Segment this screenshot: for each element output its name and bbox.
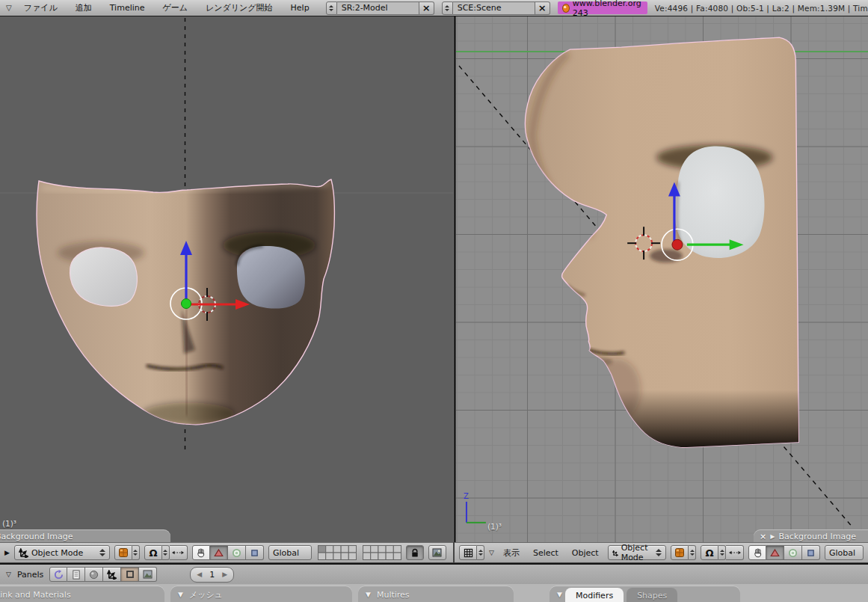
- scene-selector-stepper-icon[interactable]: [442, 1, 453, 15]
- pivot-selector-side[interactable]: Ω: [701, 545, 744, 560]
- header-expand-icon[interactable]: ▶: [4, 549, 10, 556]
- viewport-headers: ▶ Object Mode: [0, 542, 868, 563]
- manipulator-translate-button[interactable]: [210, 545, 228, 560]
- header-collapse-icon-side[interactable]: ▽: [489, 549, 494, 556]
- buttons-context-group: [49, 567, 157, 582]
- pivot-stepper-icon[interactable]: [718, 545, 726, 560]
- front-viewport[interactable]: (1)³ Background Image: [0, 16, 453, 542]
- tab-shapes[interactable]: Shapes: [627, 588, 677, 602]
- screen-selector[interactable]: SR:2-Model ×: [326, 1, 434, 15]
- mode-dropdown-front-value: Object Mode: [31, 548, 83, 558]
- script-icon: [72, 570, 81, 580]
- manipulator-scale-button[interactable]: [802, 545, 820, 560]
- manipulator-hand-button[interactable]: [192, 545, 210, 560]
- page-prev-icon[interactable]: ◀: [197, 571, 202, 578]
- menu-select[interactable]: Select: [529, 548, 563, 558]
- front-viewport-header: ▶ Object Mode: [0, 542, 453, 563]
- panel-mesh[interactable]: ▼ メッシュ: [170, 586, 352, 602]
- panel-collapse-icon[interactable]: ▼: [557, 591, 562, 598]
- layer-buttons-group1[interactable]: [318, 545, 357, 560]
- hand-icon: [753, 548, 763, 558]
- menu-view[interactable]: 表示: [499, 547, 524, 559]
- pivot-rotation-icon[interactable]: Ω: [144, 545, 162, 560]
- editing-context-button[interactable]: [121, 567, 139, 582]
- buttons-window-panels: Link and Materials ▼ メッシュ ▼ Multires ▼ M…: [0, 584, 868, 602]
- manipulator-rotate-button[interactable]: [784, 545, 802, 560]
- side-viewport[interactable]: Z (1)³ × ▶ Background Image: [456, 16, 868, 542]
- screen-selector-value[interactable]: SR:2-Model: [337, 1, 419, 15]
- editing-square-icon: [126, 570, 135, 579]
- manipulator-hand-button[interactable]: [748, 545, 766, 560]
- manipulator-move-button[interactable]: [726, 545, 744, 560]
- pivot-rotation-icon[interactable]: Ω: [701, 545, 718, 560]
- manipulator-scale-button[interactable]: [246, 545, 264, 560]
- dashed-move-icon: [729, 549, 741, 556]
- top-menu-bar: ▽ ファイル 追加 Timeline ゲーム レンダリング開始 Help SR:…: [0, 0, 868, 16]
- menu-game[interactable]: ゲーム: [154, 2, 197, 13]
- background-image-panel-right-title: Background Image: [778, 532, 856, 541]
- panel-multires[interactable]: ▼ Multires: [358, 586, 514, 602]
- menu-add[interactable]: 追加: [67, 2, 101, 13]
- window-type-stepper-icon[interactable]: [477, 545, 484, 560]
- buttons-page-stepper[interactable]: ◀ 1 ▶: [190, 567, 234, 583]
- panel-link-and-materials[interactable]: Link and Materials: [0, 586, 164, 602]
- background-image-expand-icon[interactable]: ▶: [770, 533, 775, 540]
- orientation-dropdown-front[interactable]: Global: [268, 545, 312, 560]
- axis-z-label: Z: [464, 492, 469, 500]
- layer-buttons-group2[interactable]: [363, 545, 401, 560]
- object-context-button[interactable]: [103, 567, 121, 582]
- site-badge-text: www.blender.org 243: [573, 0, 643, 18]
- panels-collapse-icon[interactable]: ▽: [6, 571, 11, 578]
- pivot-stepper-icon[interactable]: [162, 545, 170, 560]
- panels-label: Panels: [17, 570, 43, 580]
- side-viewport-header: ▽ 表示 Select Object Object Mode: [455, 542, 868, 563]
- shading-context-button[interactable]: [85, 567, 103, 582]
- front-view-canvas: [0, 16, 453, 542]
- panel-collapse-icon[interactable]: ▼: [366, 591, 371, 598]
- side-view-canvas: Z: [456, 16, 868, 542]
- menu-render[interactable]: レンダリング開始: [197, 2, 282, 13]
- scene-close-icon[interactable]: ×: [535, 1, 550, 15]
- scene-context-button[interactable]: [139, 567, 157, 582]
- scene-stats: Ve:4496 | Fa:4080 | Ob:5-1 | La:2 | Mem:…: [655, 4, 868, 13]
- background-image-close-icon[interactable]: ×: [760, 532, 766, 541]
- drawtype-selector-side[interactable]: [671, 545, 696, 560]
- viewport-area: (1)³ Background Image: [0, 16, 868, 542]
- background-image-panel-right[interactable]: × ▶ Background Image: [754, 529, 868, 542]
- green-circle-icon: [788, 548, 798, 558]
- eye-hole-right: [237, 246, 305, 309]
- mode-dropdown-front[interactable]: Object Mode: [14, 545, 110, 560]
- manipulator-move-button[interactable]: [170, 545, 188, 560]
- menu-object[interactable]: Object: [567, 548, 603, 558]
- background-image-panel-left[interactable]: Background Image: [0, 529, 170, 542]
- screen-selector-stepper-icon[interactable]: [326, 1, 337, 15]
- window-type-selector[interactable]: [459, 545, 484, 560]
- screen-close-icon[interactable]: ×: [419, 1, 434, 15]
- panel-collapse-icon[interactable]: ▼: [178, 591, 183, 598]
- header-collapse-icon[interactable]: ▽: [6, 4, 12, 12]
- script-context-button[interactable]: [67, 567, 85, 582]
- page-next-icon[interactable]: ▶: [222, 571, 227, 578]
- logic-context-button[interactable]: [49, 567, 67, 582]
- drawtype-selector-front[interactable]: [114, 545, 140, 560]
- orientation-dropdown-side[interactable]: Global: [825, 545, 864, 560]
- manipulator-translate-button[interactable]: [766, 545, 784, 560]
- lock-layers-button[interactable]: [406, 545, 424, 560]
- scene-selector-value[interactable]: SCE:Scene: [453, 1, 535, 15]
- view-label-side: (1)³: [487, 522, 502, 531]
- pivot-selector-front[interactable]: Ω: [144, 545, 188, 560]
- mode-dropdown-side[interactable]: Object Mode: [608, 545, 666, 560]
- manipulator-rotate-button[interactable]: [228, 545, 246, 560]
- scene-selector[interactable]: SCE:Scene ×: [442, 1, 550, 15]
- menu-help[interactable]: Help: [282, 3, 318, 13]
- drawtype-textured-icon: [674, 547, 685, 558]
- menu-timeline[interactable]: Timeline: [101, 3, 154, 13]
- background-image-panel-left-title: Background Image: [0, 532, 73, 541]
- panel-modifiers[interactable]: ▼ Modifiers Shapes: [550, 586, 740, 602]
- render-preview-button[interactable]: [428, 545, 446, 560]
- drawtype-stepper-icon[interactable]: [689, 545, 696, 560]
- menu-file[interactable]: ファイル: [15, 2, 67, 13]
- tab-modifiers[interactable]: Modifiers: [565, 588, 624, 602]
- orientation-side-value: Global: [829, 548, 855, 558]
- drawtype-stepper-icon[interactable]: [132, 545, 140, 560]
